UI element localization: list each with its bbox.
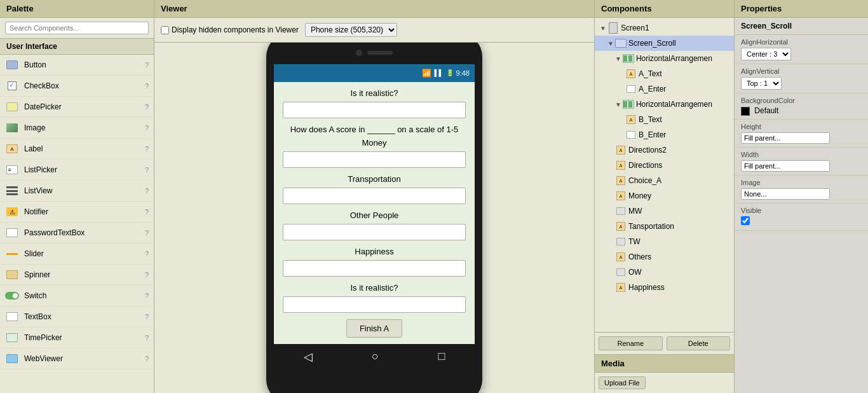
tree-item-screen-scroll[interactable]: ▼ Screen_Scroll — [595, 36, 734, 51]
tree-item-aenter[interactable]: A_Enter — [595, 81, 734, 97]
app-input-happiness[interactable] — [283, 260, 466, 277]
palette-item-listview[interactable]: ListView ? — [0, 181, 154, 202]
palette-help-textbox[interactable]: ? — [145, 313, 149, 321]
palette-help-switch[interactable]: ? — [145, 292, 149, 300]
ha2-icon — [623, 99, 634, 110]
tree-item-ha1[interactable]: ▼ HorizontalArrangemen — [595, 51, 734, 66]
tree-label-mw: MW — [628, 207, 642, 216]
tree-label-choicea: Choice_A — [628, 176, 661, 185]
back-button[interactable]: ◁ — [304, 350, 313, 364]
tree-label-directions: Directions — [628, 161, 662, 170]
palette-help-webviewer[interactable]: ? — [145, 355, 149, 362]
palette-help-slider[interactable]: ? — [145, 250, 149, 258]
app-input-money[interactable] — [283, 151, 466, 168]
tree-arrow-ha1[interactable]: ▼ — [615, 55, 621, 62]
datepicker-icon — [5, 100, 19, 114]
palette-help-pwdtextbox[interactable]: ? — [145, 229, 149, 237]
palette-help-listview[interactable]: ? — [145, 187, 149, 195]
palette-label-datepicker: DatePicker — [24, 102, 145, 111]
phone-statusbar: 📶 ▌▌ 🔋 9:48 — [274, 64, 475, 82]
prop-label-image: Image — [741, 179, 862, 186]
components-tree: ▼ Screen1 ▼ Screen_Scroll ▼ HorizontalAr… — [595, 18, 734, 332]
app-input-otherpeople[interactable] — [283, 224, 466, 240]
palette-item-timepicker[interactable]: TimePicker ? — [0, 328, 154, 348]
palette-search-area — [0, 18, 154, 39]
size-selector[interactable]: Phone size (505,320) Tablet size Monitor… — [305, 23, 397, 37]
hidden-components-checkbox[interactable] — [161, 26, 169, 34]
prop-image-input[interactable] — [741, 188, 830, 200]
palette-help-listpicker[interactable]: ? — [145, 166, 149, 174]
palette-item-checkbox[interactable]: CheckBox ? — [0, 76, 154, 97]
prop-visible-checkbox[interactable] — [741, 216, 750, 225]
palette-ui-section: User Interface — [0, 39, 154, 55]
palette-item-spinner[interactable]: Spinner ? — [0, 265, 154, 286]
tree-item-screen1[interactable]: ▼ Screen1 — [595, 20, 734, 36]
prop-alignv-select[interactable]: Top : 1 — [741, 77, 782, 90]
prop-alignh-select[interactable]: Center : 3 — [741, 48, 791, 60]
palette-label-listview: ListView — [24, 186, 145, 195]
palette-item-pwdtextbox[interactable]: PasswordTextBox ? — [0, 223, 154, 244]
tree-item-atext[interactable]: A A_Text — [595, 66, 734, 81]
tree-item-btext[interactable]: A B_Text — [595, 112, 734, 127]
tree-item-mw[interactable]: MW — [595, 203, 734, 219]
home-button[interactable]: ○ — [372, 350, 379, 363]
palette-help-checkbox[interactable]: ? — [145, 82, 149, 90]
palette-item-image[interactable]: Image ? — [0, 118, 154, 139]
palette-label-pwdtextbox: PasswordTextBox — [24, 228, 145, 237]
tree-item-tansportation[interactable]: A Tansportation — [595, 219, 734, 234]
tansportation-icon: A — [615, 221, 627, 232]
app-input-1[interactable] — [283, 102, 466, 118]
search-input[interactable] — [5, 22, 149, 34]
palette-help-spinner[interactable]: ? — [145, 271, 149, 279]
media-content: Upload File — [595, 373, 734, 393]
tree-item-ha2[interactable]: ▼ HorizontalArrangemen — [595, 97, 734, 112]
tree-item-directions[interactable]: A Directions — [595, 158, 734, 173]
tree-item-tw[interactable]: TW — [595, 234, 734, 249]
tree-arrow-ha2[interactable]: ▼ — [615, 101, 621, 108]
palette-help-button[interactable]: ? — [145, 61, 149, 69]
prop-height-input[interactable] — [741, 132, 830, 144]
tree-item-benter[interactable]: B_Enter — [595, 127, 734, 142]
tree-item-ow[interactable]: OW — [595, 265, 734, 280]
palette-item-slider[interactable]: Slider ? — [0, 244, 154, 265]
palette-help-label[interactable]: ? — [145, 145, 149, 153]
palette-item-datepicker[interactable]: DatePicker ? — [0, 97, 154, 118]
tree-item-happiness[interactable]: A Happiness — [595, 280, 734, 295]
tree-item-others[interactable]: A Others — [595, 249, 734, 265]
palette-item-textbox[interactable]: TextBox ? — [0, 307, 154, 328]
palette-help-notifier[interactable]: ? — [145, 208, 149, 216]
tree-label-tw: TW — [628, 237, 641, 246]
properties-title-label: Properties — [741, 4, 782, 13]
palette-item-label[interactable]: A Label ? — [0, 139, 154, 160]
upload-file-button[interactable]: Upload File — [599, 376, 646, 389]
tree-item-choicea[interactable]: A Choice_A — [595, 173, 734, 188]
palette-item-switch[interactable]: Switch ? — [0, 286, 154, 307]
app-input-transport[interactable] — [283, 188, 466, 204]
app-input-realistic2[interactable] — [283, 296, 466, 313]
tree-item-directions2[interactable]: A Directions2 — [595, 142, 734, 158]
palette-label-button: Button — [24, 60, 145, 69]
palette-item-webviewer[interactable]: WebViewer ? — [0, 348, 154, 369]
palette-help-datepicker[interactable]: ? — [145, 103, 149, 111]
bgcolor-swatch[interactable] — [741, 107, 750, 116]
palette-help-image[interactable]: ? — [145, 124, 149, 132]
recents-button[interactable]: □ — [438, 350, 445, 363]
palette-help-timepicker[interactable]: ? — [145, 334, 149, 341]
palette-item-notifier[interactable]: Notifier ? — [0, 202, 154, 223]
palette-label-spinner: Spinner — [24, 270, 145, 279]
button-icon — [5, 58, 19, 72]
finish-a-button[interactable]: Finish A — [346, 319, 402, 338]
app-text-happiness: Happiness — [283, 247, 466, 256]
delete-button[interactable]: Delete — [667, 336, 731, 350]
directions2-icon: A — [615, 144, 627, 156]
prop-width-input[interactable] — [741, 160, 830, 172]
tree-label-ha2: HorizontalArrangemen — [636, 100, 712, 109]
tree-arrow-screen1[interactable]: ▼ — [600, 25, 606, 32]
palette-item-button[interactable]: Button ? — [0, 55, 154, 76]
tree-item-money[interactable]: A Money — [595, 188, 734, 203]
screen1-icon — [607, 22, 619, 34]
tree-arrow-screen-scroll[interactable]: ▼ — [607, 40, 614, 47]
rename-button[interactable]: Rename — [599, 336, 663, 350]
palette-item-listpicker[interactable]: ≡ ListPicker ? — [0, 160, 154, 181]
atext-icon: A — [625, 68, 637, 79]
